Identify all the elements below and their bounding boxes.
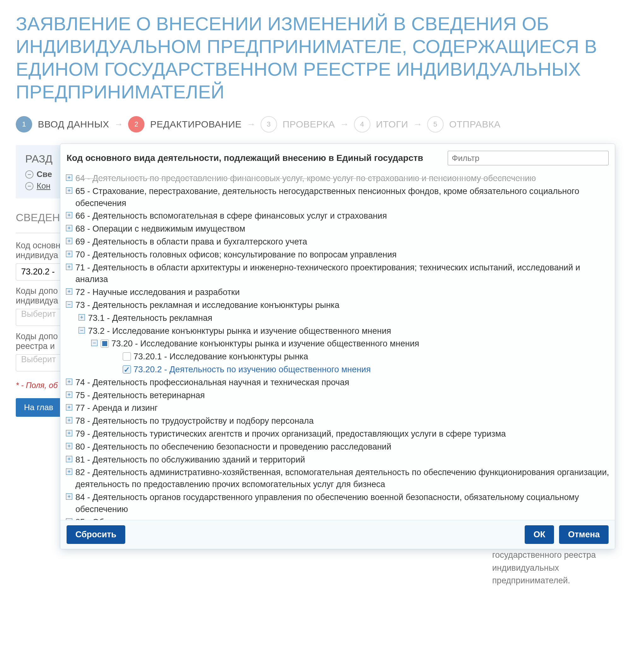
tree-node-label: 70 - Деятельность головных офисов; консу… <box>75 250 396 259</box>
step-1-num: 1 <box>16 116 32 133</box>
tree-node-label: 80 - Деятельность по обеспечению безопас… <box>75 442 391 452</box>
expand-icon[interactable]: + <box>66 494 72 500</box>
collapse-icon[interactable]: − <box>78 327 85 334</box>
tree-node-label: 68 - Операции с недвижимым имуществом <box>75 224 245 234</box>
modal-title: Код основного вида деятельности, подлежа… <box>67 153 444 163</box>
tree-node[interactable]: −73.20 - Исследование конъюнктуры рынка … <box>91 338 609 350</box>
tree-node-label: 82 - Деятельность административно-хозяйс… <box>75 467 609 489</box>
step-4-num: 4 <box>354 116 370 133</box>
tree-node[interactable]: +85 - Образование <box>66 517 609 520</box>
page-title: Заявление о внесении изменений в сведени… <box>16 13 615 103</box>
tree-node[interactable]: +80 - Деятельность по обеспечению безопа… <box>66 441 609 453</box>
checkbox[interactable] <box>123 365 131 374</box>
expand-icon[interactable]: + <box>66 264 72 270</box>
tree-node-label: 81 - Деятельность по обслуживанию зданий… <box>75 455 305 464</box>
tree-node[interactable]: +72 - Научные исследования и разработки <box>66 286 609 298</box>
reset-button[interactable]: Сбросить <box>67 525 125 544</box>
tree-node-label: 69 - Деятельность в области права и бухг… <box>75 237 307 246</box>
checkbox[interactable] <box>123 353 131 361</box>
expand-icon[interactable]: + <box>66 443 72 449</box>
step-3-num: 3 <box>261 116 277 133</box>
tree-node-label: 73.20 - Исследование конъюнктуры рынка и… <box>112 339 419 348</box>
tree-node[interactable]: +78 - Деятельность по трудоустройству и … <box>66 415 609 427</box>
expand-icon[interactable]: + <box>66 518 72 520</box>
step-arrow-icon: → <box>340 119 349 129</box>
tree-node-label: 74 - Деятельность профессиональная научн… <box>75 378 349 387</box>
tree-node-label: 75 - Деятельность ветеринарная <box>75 390 205 400</box>
tree-node[interactable]: +73.1 - Деятельность рекламная <box>78 312 609 324</box>
step-2-label: РЕДАКТИРОВАНИЕ <box>150 119 242 130</box>
tree-node-label: 73 - Деятельность рекламная и исследован… <box>75 301 339 310</box>
tree-node[interactable]: −73 - Деятельность рекламная и исследова… <box>66 299 609 311</box>
expand-icon[interactable]: + <box>66 379 72 385</box>
wizard-stepper: 1 ВВОД ДАННЫХ → 2 РЕДАКТИРОВАНИЕ → 3 ПРО… <box>16 116 615 133</box>
collapse-icon[interactable]: − <box>91 340 97 346</box>
expand-icon[interactable]: + <box>66 417 72 424</box>
tree-node[interactable]: +66 - Деятельность вспомогательная в сфе… <box>66 210 609 222</box>
step-4-label: ИТОГИ <box>376 119 408 130</box>
collapse-icon: − <box>25 170 33 178</box>
expand-icon[interactable]: + <box>66 251 72 257</box>
tree-node-label: 85 - Образование <box>75 518 145 520</box>
tree-node[interactable]: +75 - Деятельность ветеринарная <box>66 390 609 402</box>
expand-icon[interactable]: + <box>78 314 85 320</box>
expand-icon[interactable]: + <box>66 430 72 436</box>
tree-node[interactable]: +69 - Деятельность в области права и бух… <box>66 236 609 248</box>
tree-node[interactable]: −73.2 - Исследование конъюнктуры рынка и… <box>78 325 609 337</box>
expand-icon[interactable]: + <box>66 391 72 398</box>
tree-node[interactable]: +79 - Деятельность туристических агентст… <box>66 428 609 440</box>
checkbox[interactable] <box>101 339 109 348</box>
step-5-num: 5 <box>427 116 444 133</box>
step-arrow-icon: → <box>413 119 422 129</box>
filter-input[interactable] <box>448 151 609 165</box>
tree-node[interactable]: 73.20.2 - Деятельность по изучению общес… <box>113 364 609 376</box>
expand-icon[interactable]: + <box>66 187 72 194</box>
tree-node[interactable]: +74 - Деятельность профессиональная науч… <box>66 377 609 389</box>
expand-icon[interactable]: + <box>66 456 72 462</box>
step-5: 5 ОТПРАВКА <box>427 116 501 133</box>
collapse-icon[interactable]: − <box>66 301 72 308</box>
collapse-icon: − <box>25 182 33 190</box>
step-5-label: ОТПРАВКА <box>449 119 501 130</box>
step-2[interactable]: 2 РЕДАКТИРОВАНИЕ <box>128 116 242 133</box>
tree-node[interactable]: +65 - Страхование, перестрахование, деят… <box>66 186 609 210</box>
step-1[interactable]: 1 ВВОД ДАННЫХ <box>16 116 109 133</box>
tree-node[interactable]: 73.20.1 - Исследование конъюнктуры рынка <box>113 351 609 363</box>
step-arrow-icon: → <box>247 119 256 129</box>
tree-node[interactable]: +84 - Деятельность органов государственн… <box>66 491 609 515</box>
tree-node-label: 65 - Страхование, перестрахование, деяте… <box>75 187 579 208</box>
home-button[interactable]: На глав <box>16 398 62 417</box>
expand-icon[interactable]: + <box>66 404 72 410</box>
tree-node[interactable]: +81 - Деятельность по обслуживанию здани… <box>66 454 609 466</box>
expand-icon[interactable]: + <box>66 469 72 475</box>
section-item-2-label: Кон <box>37 181 50 191</box>
tree-node[interactable]: +68 - Операции с недвижимым имуществом <box>66 223 609 235</box>
step-3: 3 ПРОВЕРКА <box>261 116 335 133</box>
tree-node[interactable]: +82 - Деятельность административно-хозяй… <box>66 466 609 490</box>
tree-node-label: 73.20.2 - Деятельность по изучению общес… <box>134 365 371 374</box>
tree-node-label: 73.2 - Исследование конъюнктуры рынка и … <box>88 326 391 336</box>
tree-node-label: 71 - Деятельность в области архитектуры … <box>75 263 580 284</box>
step-2-num: 2 <box>128 116 145 133</box>
step-1-label: ВВОД ДАННЫХ <box>38 119 109 130</box>
activity-tree[interactable]: + 64 - Деятельность по предоставлению фи… <box>60 170 615 520</box>
expand-icon[interactable]: + <box>66 288 72 295</box>
expand-icon[interactable]: + <box>66 238 72 244</box>
section-item-1-label: Све <box>37 169 52 179</box>
tree-node-label: 84 - Деятельность органов государственно… <box>75 493 579 514</box>
cancel-button[interactable]: Отмена <box>559 525 609 544</box>
step-arrow-icon: → <box>114 119 123 129</box>
ok-button[interactable]: ОК <box>525 525 554 544</box>
expand-icon[interactable]: + <box>66 225 72 231</box>
expand-icon[interactable]: + <box>66 174 72 181</box>
step-3-label: ПРОВЕРКА <box>283 119 335 130</box>
expand-icon[interactable]: + <box>66 212 72 218</box>
tree-node-label: 73.20.1 - Исследование конъюнктуры рынка <box>134 352 308 361</box>
tree-node-label: 73.1 - Деятельность рекламная <box>88 313 212 323</box>
tree-node[interactable]: +70 - Деятельность головных офисов; конс… <box>66 249 609 261</box>
tree-node[interactable]: +71 - Деятельность в области архитектуры… <box>66 262 609 286</box>
tree-node-label: 77 - Аренда и лизинг <box>75 403 158 413</box>
tree-node[interactable]: +77 - Аренда и лизинг <box>66 402 609 414</box>
tree-node-label: 66 - Деятельность вспомогательная в сфер… <box>75 211 387 220</box>
tree-node-label: 72 - Научные исследования и разработки <box>75 287 240 297</box>
